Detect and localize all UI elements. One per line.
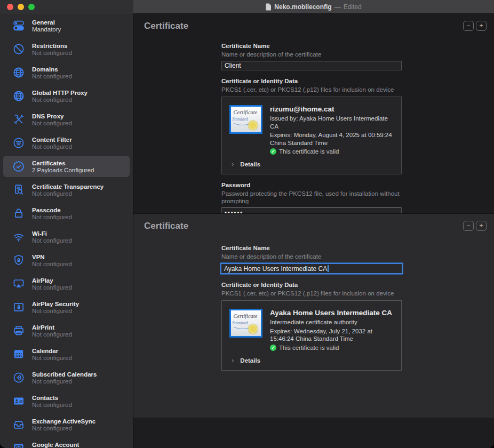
sidebar-item-text: Subscribed CalendarsNot configured xyxy=(32,371,126,385)
calendar-icon xyxy=(12,347,26,361)
sidebar-item-airplay[interactable]: AirPlayNot configured xyxy=(0,272,133,295)
sidebar-item-global-http-proxy[interactable]: Global HTTP ProxyNot configured xyxy=(0,84,133,108)
sidebar-item-contacts[interactable]: @ContactsNot configured xyxy=(0,389,133,413)
sidebar-item-status: 2 Payloads Configured xyxy=(32,167,126,173)
details-label: Details xyxy=(240,161,260,167)
sidebar-item-label: DNS Proxy xyxy=(32,113,126,119)
sidebar-item-label: Restrictions xyxy=(32,43,126,49)
sidebar-item-status: Mandatory xyxy=(32,26,126,33)
globe-network-icon xyxy=(12,89,26,103)
tools-icon xyxy=(12,113,26,126)
shield-lock-icon xyxy=(12,253,26,267)
sidebar-item-calendar[interactable]: CalendarNot configured xyxy=(0,342,133,366)
sidebar-item-label: Wi-Fi xyxy=(32,230,126,237)
certificate-name-label: Certificate Name xyxy=(221,43,402,49)
sidebar-item-text: AirPrintNot configured xyxy=(32,324,126,338)
sidebar-item-text: RestrictionsNot configured xyxy=(32,43,126,56)
sidebar-item-text: Google AccountNot configured xyxy=(32,442,126,448)
certificate-name-input[interactable]: Client xyxy=(221,61,402,70)
sidebar-item-airplay-security[interactable]: AirPlay SecurityNot configured xyxy=(0,295,133,319)
sidebar-item-text: Exchange ActiveSyncNot configured xyxy=(32,418,126,431)
payload-stepper: − + xyxy=(463,221,487,231)
sidebar-item-status: Not configured xyxy=(32,378,126,385)
doc-magnifier-icon xyxy=(12,183,26,197)
input-text: Ayaka Home Users Intermediate CA xyxy=(224,265,327,273)
sidebar-item-text: DomainsNot configured xyxy=(32,66,126,79)
remove-payload-button[interactable]: − xyxy=(463,21,474,31)
sidebar-item-label: Exchange ActiveSync xyxy=(32,418,126,425)
sidebar-item-dns-proxy[interactable]: DNS ProxyNot configured xyxy=(0,108,133,131)
add-payload-button[interactable]: + xyxy=(476,221,487,231)
sidebar-item-label: Calendar xyxy=(32,348,126,354)
sidebar-item-exchange-activesync[interactable]: Exchange ActiveSyncNot configured xyxy=(0,413,133,436)
password-help: Password protecting the PKCS12 file, use… xyxy=(221,190,402,205)
document-icon xyxy=(266,3,272,11)
sidebar-item-text: Wi-FiNot configured xyxy=(32,230,126,244)
sidebar-item-label: Google Account xyxy=(32,442,126,448)
text-cursor xyxy=(328,265,329,272)
sidebar-item-label: Subscribed Calendars xyxy=(32,371,126,378)
sidebar-item-domains[interactable]: DomainsNot configured xyxy=(0,61,133,84)
certificate-data-label: Certificate or Identity Data xyxy=(221,78,402,84)
titlebar-sidebar-strip xyxy=(0,0,133,14)
certificate-valid-text: This certificate is valid xyxy=(279,148,339,155)
certificate-card: Certificate Standard rizumu@ihome.cat Is… xyxy=(221,97,402,174)
certificate-expiry: Expires: Wednesday, July 21, 2032 at 15:… xyxy=(270,327,394,343)
sidebar-item-text: Global HTTP ProxyNot configured xyxy=(32,90,126,103)
sidebar-item-status: Not configured xyxy=(32,402,126,408)
sidebar-item-certificates[interactable]: Certificates2 Payloads Configured xyxy=(0,155,133,178)
sidebar-item-text: AirPlayNot configured xyxy=(32,277,126,291)
sidebar-item-content-filter[interactable]: Content FilterNot configured xyxy=(0,131,133,155)
certificate-expiry: Expires: Monday, August 4, 2025 at 00:59… xyxy=(270,131,394,147)
svg-text:@: @ xyxy=(19,399,23,404)
badge-word: Certificate xyxy=(234,313,258,319)
sidebar-item-text: CalendarNot configured xyxy=(32,348,126,361)
sidebar-item-passcode[interactable]: PasscodeNot configured xyxy=(0,202,133,225)
traffic-lights xyxy=(7,4,35,10)
sidebar-item-certificate-transparency[interactable]: Certificate TransparencyNot configured xyxy=(0,178,133,202)
minimize-button[interactable] xyxy=(18,4,24,10)
sidebar-item-wi-fi[interactable]: Wi-FiNot configured xyxy=(0,225,133,249)
filter-circle-icon xyxy=(12,136,26,150)
zoom-button[interactable] xyxy=(28,4,35,10)
close-button[interactable] xyxy=(7,4,13,10)
section-title: Certificate xyxy=(144,221,188,231)
certificate-name-input[interactable]: Ayaka Home Users Intermediate CA xyxy=(220,263,403,274)
details-disclosure[interactable]: › Details xyxy=(229,357,394,364)
sidebar-item-text: ContactsNot configured xyxy=(32,395,126,408)
sidebar-item-subscribed-calendars[interactable]: Subscribed CalendarsNot configured xyxy=(0,366,133,389)
broadcast-circle-icon xyxy=(12,371,26,385)
sidebar-item-text: Certificate TransparencyNot configured xyxy=(32,183,126,197)
sidebar-item-status: Not configured xyxy=(32,261,126,267)
details-disclosure[interactable]: › Details xyxy=(229,161,394,167)
sidebar-item-status: Not configured xyxy=(32,308,126,314)
sidebar-item-status: Not configured xyxy=(32,97,126,103)
certificate-name-label: Certificate Name xyxy=(221,245,402,251)
certificate-common-name: Ayaka Home Users Intermediate CA xyxy=(270,309,394,317)
sidebar-item-text: PasscodeNot configured xyxy=(32,207,126,220)
add-payload-button[interactable]: + xyxy=(476,21,487,31)
sidebar-item-label: Certificate Transparency xyxy=(32,183,126,190)
sidebar-item-general[interactable]: GeneralMandatory xyxy=(0,14,133,37)
sidebar-item-text: Certificates2 Payloads Configured xyxy=(32,160,126,173)
remove-payload-button[interactable]: − xyxy=(463,221,474,231)
app-window: Neko.mobileconfig — Edited GeneralMandat… xyxy=(0,0,494,448)
sidebar-item-text: AirPlay SecurityNot configured xyxy=(32,301,126,314)
password-input[interactable]: •••••• xyxy=(221,207,402,213)
certificate-data-label: Certificate or Identity Data xyxy=(221,282,402,288)
sidebar-item-label: Passcode xyxy=(32,207,126,213)
sidebar-item-status: Not configured xyxy=(32,143,126,150)
badge-word: Standard xyxy=(232,117,248,122)
seal-check-icon xyxy=(12,159,26,173)
sidebar-item-text: VPNNot configured xyxy=(32,254,126,267)
sidebar-item-airprint[interactable]: AirPrintNot configured xyxy=(0,319,133,342)
sidebar-item-google-account[interactable]: Google AccountNot configured xyxy=(0,436,133,448)
envelope-icon xyxy=(12,441,26,448)
section-title: Certificate xyxy=(144,21,188,31)
sidebar-item-vpn[interactable]: VPNNot configured xyxy=(0,249,133,272)
sidebar-item-text: GeneralMandatory xyxy=(32,19,126,33)
sidebar-item-status: Not configured xyxy=(32,50,126,56)
sidebar-item-restrictions[interactable]: RestrictionsNot configured xyxy=(0,37,133,61)
password-label: Password xyxy=(221,182,402,188)
sidebar-item-status: Not configured xyxy=(32,237,126,244)
